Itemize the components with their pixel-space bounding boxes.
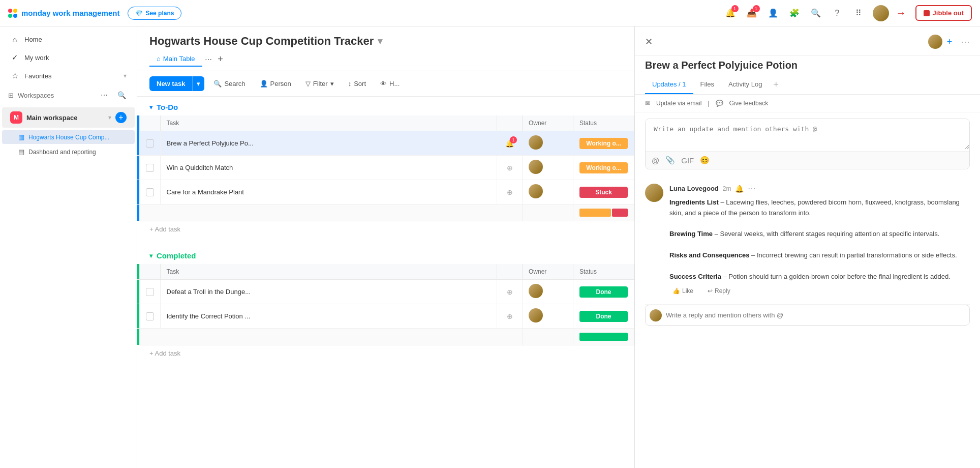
comment-icon-4[interactable]: ⊕	[507, 288, 513, 296]
like-button[interactable]: 👍 Like	[669, 286, 696, 296]
checkbox-4[interactable]	[146, 288, 154, 296]
row-task-name-1[interactable]: Brew a Perfect Polyjuice Po...	[160, 131, 497, 156]
hide-toolbar-button[interactable]: 👁 H...	[375, 77, 405, 91]
tab-add-button[interactable]: +	[215, 53, 227, 66]
search-toolbar-button[interactable]: 🔍 Search	[208, 77, 250, 91]
attach-icon[interactable]: 📎	[665, 156, 675, 165]
sort-toolbar-button[interactable]: ↕ Sort	[343, 77, 371, 91]
reply-button[interactable]: ↩ Reply	[705, 286, 733, 296]
workspaces-search-button[interactable]: 🔍	[114, 88, 129, 102]
row-task-name-4[interactable]: Defeat a Troll in the Dunge...	[160, 280, 497, 304]
comment-meta-1: Luna Lovegood 2m 🔔 ⋯	[669, 184, 970, 193]
detail-tab-files[interactable]: Files	[693, 75, 721, 94]
give-feedback-label[interactable]: Give feedback	[729, 100, 769, 107]
detail-tab-updates[interactable]: Updates / 1	[645, 75, 693, 94]
gif-icon[interactable]: GIF	[681, 156, 694, 165]
add-task-todo[interactable]: + Add task	[137, 221, 634, 237]
inbox-button[interactable]: 📥 1	[745, 6, 759, 20]
comment-more-button[interactable]: ⋯	[748, 184, 756, 193]
mention-icon[interactable]: @	[652, 156, 659, 165]
update-email-label[interactable]: Update via email	[656, 100, 701, 107]
search-button[interactable]: 🔍	[809, 6, 823, 20]
status-badge-1[interactable]: Working o...	[579, 138, 628, 149]
detail-add-user-button[interactable]: +	[942, 35, 957, 49]
board-title: Hogwarts House Cup Competition Tracker ▾	[149, 35, 622, 48]
row-status-2[interactable]: Working o...	[573, 156, 634, 180]
status-badge-2[interactable]: Working o...	[579, 162, 628, 173]
row-comment-4[interactable]: ⊕	[497, 280, 523, 304]
comment-active-icon-1[interactable]: 🔔1	[505, 139, 514, 148]
row-status-1[interactable]: Working o...	[573, 131, 634, 156]
user-avatar[interactable]	[873, 5, 889, 21]
reply-textarea[interactable]	[666, 307, 965, 323]
see-plans-button[interactable]: 💎 See plans	[128, 7, 181, 20]
tab-main-table[interactable]: ⌂ Main Table	[149, 52, 202, 67]
help-button[interactable]: ?	[830, 6, 844, 20]
row-task-name-3[interactable]: Care for a Mandrake Plant	[160, 180, 497, 204]
new-task-dropdown-button[interactable]: ▾	[192, 76, 204, 91]
group-header-completed[interactable]: ▾ Completed	[137, 245, 634, 264]
grid-button[interactable]: ⠿	[851, 6, 866, 20]
comment-bell-button[interactable]: 🔔	[735, 185, 744, 193]
row-comment-2[interactable]: ⊕	[497, 156, 523, 180]
board-title-text: Hogwarts House Cup Competition Tracker	[149, 35, 374, 48]
detail-add-tab-button[interactable]: +	[773, 79, 779, 90]
add-task-completed[interactable]: + Add task	[137, 345, 634, 361]
status-badge-5[interactable]: Done	[579, 311, 628, 322]
row-comment-3[interactable]: ⊕	[497, 180, 523, 204]
row-status-3[interactable]: Stuck	[573, 180, 634, 204]
row-status-4[interactable]: Done	[573, 280, 634, 304]
row-status-5[interactable]: Done	[573, 304, 634, 329]
owner-column-header-completed: Owner	[523, 264, 573, 280]
workspaces-icon: ⊞	[8, 92, 14, 99]
jibble-label: Jibble out	[933, 9, 964, 17]
detail-activity-label: Activity Log	[728, 80, 762, 88]
row-checkbox-5[interactable]	[139, 304, 160, 329]
workspaces-more-button[interactable]: ⋯	[97, 88, 111, 102]
status-badge-4[interactable]: Done	[579, 286, 628, 298]
comment-icon-2[interactable]: ⊕	[507, 164, 513, 172]
detail-tab-activity[interactable]: Activity Log	[721, 75, 769, 94]
update-textarea[interactable]	[646, 119, 969, 150]
row-checkbox-1[interactable]	[139, 131, 160, 156]
sidebar-item-favorites[interactable]: ☆ Favorites ▾	[2, 67, 135, 84]
logo-dot-4	[13, 14, 17, 18]
status-badge-3[interactable]: Stuck	[579, 187, 628, 198]
new-task-button[interactable]: New task	[149, 76, 192, 91]
checkbox-1[interactable]	[146, 139, 154, 148]
workspace-add-button[interactable]: +	[115, 112, 127, 123]
add-task-todo-label: + Add task	[149, 225, 180, 233]
row-comment-1[interactable]: 🔔1	[497, 131, 523, 156]
comment-icon-3[interactable]: ⊕	[507, 188, 513, 196]
row-checkbox-4[interactable]	[139, 280, 160, 304]
group-header-todo[interactable]: ▾ To-Do	[137, 97, 634, 115]
detail-more-button[interactable]: ⋯	[961, 36, 970, 47]
comment-badge-1: 1	[510, 136, 517, 143]
board-title-dropdown-icon[interactable]: ▾	[378, 36, 382, 47]
comment-icon-5[interactable]: ⊕	[507, 312, 513, 320]
tab-more-button[interactable]: ⋯	[202, 53, 215, 66]
comment-block-1: Luna Lovegood 2m 🔔 ⋯ Ingredients List – …	[645, 175, 970, 305]
apps-button[interactable]: 🧩	[787, 6, 802, 20]
checkbox-2[interactable]	[146, 164, 154, 172]
row-checkbox-2[interactable]	[139, 156, 160, 180]
sidebar-board-hogwarts[interactable]: ▦ Hogwarts House Cup Comp...	[2, 130, 135, 144]
notification-button[interactable]: 🔔 1	[723, 6, 738, 20]
detail-close-button[interactable]: ✕	[645, 36, 653, 47]
sidebar-item-home[interactable]: ⌂ Home	[2, 31, 135, 48]
row-comment-5[interactable]: ⊕	[497, 304, 523, 329]
row-task-name-2[interactable]: Win a Quidditch Match	[160, 156, 497, 180]
filter-toolbar-button[interactable]: ▽ Filter ▾	[300, 77, 339, 91]
sidebar-item-mywork[interactable]: ✓ My work	[2, 49, 135, 66]
logo-icon	[8, 9, 17, 18]
sidebar-board-dashboard[interactable]: ▤ Dashboard and reporting	[2, 145, 135, 159]
row-task-name-5[interactable]: Identify the Correct Potion ...	[160, 304, 497, 329]
sidebar-workspace[interactable]: M Main workspace ▾ +	[2, 107, 135, 128]
person-toolbar-button[interactable]: 👤 Person	[255, 77, 296, 91]
checkbox-3[interactable]	[146, 188, 154, 196]
checkbox-5[interactable]	[146, 312, 154, 320]
emoji-icon[interactable]: 😊	[700, 156, 710, 165]
invite-button[interactable]: 👤	[766, 6, 780, 20]
row-checkbox-3[interactable]	[139, 180, 160, 204]
jibble-out-button[interactable]: Jibble out	[915, 5, 972, 21]
